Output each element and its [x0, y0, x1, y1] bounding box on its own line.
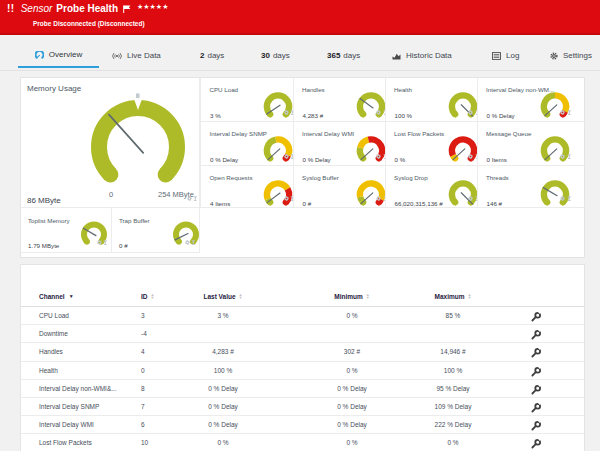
column-label: Minimum [334, 293, 363, 300]
table-row-handles[interactable]: Handles44,283 #302 #14,946 # [21, 343, 584, 361]
gauge-title: Interval Delay WMI [302, 130, 354, 137]
channel-settings-wrench-icon[interactable] [530, 384, 542, 396]
column-header-channel[interactable]: Channel▼ [39, 293, 74, 300]
sort-icon: ▲▼ [239, 293, 243, 299]
gear-icon[interactable] [560, 187, 565, 205]
pin-icon[interactable] [191, 231, 196, 249]
tab-30-days[interactable]: 30days [261, 44, 290, 68]
gear-icon[interactable] [468, 145, 473, 163]
pin-icon[interactable] [567, 101, 572, 119]
gauge-cell-cpu-load[interactable]: CPU Load3 % [200, 78, 293, 122]
pin-icon[interactable] [567, 187, 572, 205]
cell-last-value: 4,283 # [173, 343, 273, 361]
column-header-id[interactable]: ID▲▼ [141, 293, 154, 300]
banner-title-row: !! Sensor Probe Health ★★★★★ [7, 3, 168, 16]
table-row-lost-flow-packets[interactable]: Lost Flow Packets100 %0 %0 % [21, 434, 584, 451]
gauge-cell-interval-delay-wmi[interactable]: Interval Delay WMI0 % Delay [293, 122, 385, 166]
gauge-cell-lost-flow-packets[interactable]: Lost Flow Packets0 % [385, 122, 477, 166]
gear-icon[interactable] [284, 187, 289, 205]
cell-id: 10 [141, 434, 148, 451]
gauge-cell-threads[interactable]: Threads146 # [477, 166, 587, 208]
gear-icon[interactable] [560, 101, 565, 119]
gauge-cell-interval-delay-non-wm[interactable]: Interval Delay non-WM...0 % Delay [477, 78, 587, 122]
channel-settings-wrench-icon[interactable] [530, 311, 542, 323]
gauge-cell-icons [560, 101, 571, 119]
channel-settings-wrench-icon[interactable] [530, 329, 542, 341]
gauge-cell-icons [376, 145, 385, 163]
tab-365-days[interactable]: 365days [327, 44, 360, 68]
gauge-cell-trap-buffer[interactable]: Trap Buffer0 # [111, 208, 200, 253]
tab-label: Historic Data [406, 51, 452, 60]
tab-historic-data[interactable]: Historic Data [392, 44, 452, 68]
log-icon [492, 52, 501, 60]
flag-icon [123, 5, 131, 13]
tab-label: Log [506, 51, 519, 60]
table-row-health[interactable]: Health0100 %0 %100 % [21, 362, 584, 380]
gear-icon [550, 52, 558, 60]
gauge-bottom-row: Toplist Memory1.79 MByteTrap Buffer0 # [21, 78, 200, 254]
gear-icon[interactable] [97, 231, 102, 249]
cell-id: 6 [141, 416, 145, 434]
status-banner: !! Sensor Probe Health ★★★★★ Probe Disco… [0, 0, 600, 35]
channel-settings-wrench-icon[interactable] [530, 420, 542, 432]
tab-label: Settings [563, 51, 592, 60]
gauge-title: Syslog Drop [394, 174, 428, 181]
gauge-value: 0 # [119, 242, 128, 249]
gauge-cell-syslog-buffer[interactable]: Syslog Buffer0 # [293, 166, 385, 208]
gauge-cell-icons [284, 145, 293, 163]
gear-icon[interactable] [376, 187, 381, 205]
gear-icon[interactable] [560, 145, 565, 163]
gauge-cell-health[interactable]: Health100 % [385, 78, 477, 122]
gauge-cell-toplist-memory[interactable]: Toplist Memory1.79 MByte [21, 208, 111, 253]
column-label: Last Value [203, 293, 235, 300]
table-row-interval-delay-non-wmi[interactable]: Interval Delay non-WMI&...80 % Delay0 % … [21, 380, 584, 398]
gear-icon[interactable] [468, 187, 473, 205]
sort-icon: ▲▼ [151, 293, 155, 299]
priority-stars[interactable]: ★★★★★ [137, 3, 168, 11]
tab-label: days [343, 51, 360, 60]
tab-log[interactable]: Log [492, 44, 519, 68]
column-header-minimum[interactable]: Minimum▲▼ [302, 293, 402, 300]
channel-settings-wrench-icon[interactable] [530, 347, 542, 359]
page-title: Probe Health [56, 3, 118, 14]
tab-overview[interactable]: Overview [18, 44, 99, 68]
gauge-cell-icons [468, 145, 477, 163]
tab-live-data[interactable]: Live Data [112, 44, 161, 68]
cell-id: 4 [141, 343, 145, 361]
cell-maximum: 100 % [403, 362, 503, 380]
gauge-cell-open-requests[interactable]: Open Requests4 Items [200, 166, 293, 208]
cell-minimum: 0 % Delay [302, 398, 402, 416]
tab-2-days[interactable]: 2days [200, 44, 224, 68]
table-row-downtime[interactable]: Downtime-4 [21, 325, 584, 343]
gear-icon[interactable] [376, 145, 381, 163]
table-row-interval-delay-snmp[interactable]: Interval Delay SNMP70 % Delay0 % Delay10… [21, 398, 584, 416]
table-rows: CPU Load33 %0 %85 %Downtime-4Handles44,2… [21, 307, 584, 451]
gauge-cell-icons [560, 187, 571, 205]
gauge-title: CPU Load [210, 86, 239, 93]
tab-settings[interactable]: Settings [550, 44, 592, 68]
cell-id: 0 [141, 362, 145, 380]
gauge-value: 3 % [210, 112, 221, 119]
gauge-cell-handles[interactable]: Handles4,283 # [293, 78, 385, 122]
gear-icon[interactable] [468, 101, 473, 119]
pin-icon[interactable] [567, 145, 572, 163]
gauge-cell-syslog-drop[interactable]: Syslog Drop66,020,315,136 # [385, 166, 477, 208]
column-header-last-value[interactable]: Last Value▲▼ [173, 293, 273, 300]
gauge-cell-interval-delay-snmp[interactable]: Interval Delay SNMP0 % Delay [200, 122, 293, 166]
gear-icon[interactable] [284, 145, 289, 163]
gauge-cell-message-queue[interactable]: Message Queue0 Items [477, 122, 587, 166]
channel-settings-wrench-icon[interactable] [530, 438, 542, 450]
gear-icon[interactable] [376, 101, 381, 119]
table-row-interval-delay-wmi[interactable]: Interval Delay WMI60 % Delay0 % Delay222… [21, 416, 584, 434]
gauge-value: 0 % Delay [210, 156, 238, 163]
pin-icon[interactable] [103, 231, 108, 249]
sensor-kind-label: Sensor [21, 3, 53, 14]
channel-settings-wrench-icon[interactable] [530, 366, 542, 378]
gear-icon[interactable] [284, 101, 289, 119]
column-header-maximum[interactable]: Maximum▲▼ [403, 293, 503, 300]
channel-settings-wrench-icon[interactable] [530, 402, 542, 414]
gauge-grid: CPU Load3 %Handles4,283 #Health100 %Inte… [200, 78, 586, 208]
gear-icon[interactable] [185, 231, 190, 249]
table-row-cpu-load[interactable]: CPU Load33 %0 %85 % [21, 307, 584, 325]
cell-minimum: 0 % [302, 434, 402, 451]
